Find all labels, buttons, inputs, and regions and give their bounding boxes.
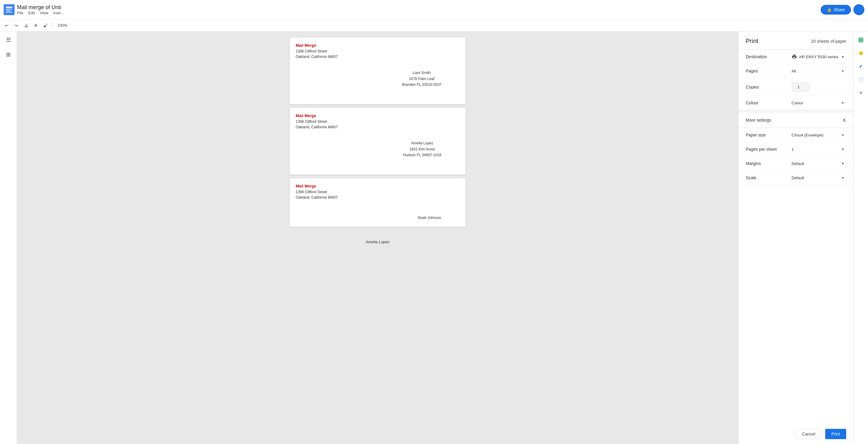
- copies-setting: Copies: [739, 78, 854, 96]
- menu-view[interactable]: View: [40, 11, 48, 15]
- settings-separator: [739, 110, 854, 113]
- zoom-level: 100%: [55, 23, 70, 28]
- sender-address-1: Mail Merge 1398 Clifford Street Oakland,…: [296, 42, 338, 59]
- sheets-icon[interactable]: ▦: [856, 34, 866, 45]
- destination-select-wrapper[interactable]: HP ENVY 5530 series: [800, 54, 846, 59]
- envelope-page: Mail Merge 1398 Clifford Street Oakland,…: [290, 178, 466, 227]
- paper-size-setting: Paper size Chou4 (Envelope): [739, 128, 854, 142]
- share-button[interactable]: 🔒 Share: [821, 5, 851, 14]
- colour-label: Colour: [746, 100, 782, 105]
- scale-select[interactable]: Default: [792, 176, 846, 180]
- sender-street-3: 1398 Clifford Street: [296, 189, 338, 195]
- margins-select-wrapper[interactable]: Default: [792, 161, 846, 166]
- destination-setting: Destination HP ENVY 5530 series: [739, 50, 854, 64]
- recipient-street-1: 1678 Palm Leaf: [402, 76, 441, 82]
- scale-label: Scale: [746, 175, 782, 180]
- svg-rect-4: [6, 12, 12, 12]
- redo-button[interactable]: ↪: [12, 21, 21, 30]
- pages-control: All: [792, 68, 846, 74]
- share-label: Share: [834, 7, 845, 12]
- doc-menu: File Edit View Inse...: [17, 11, 64, 15]
- pages-setting: Pages All: [739, 64, 854, 78]
- margins-label: Margins: [746, 161, 782, 166]
- copies-control: [792, 83, 846, 91]
- more-settings-label: More settings: [746, 118, 771, 123]
- paper-size-control: Chou4 (Envelope): [792, 132, 846, 138]
- keep-icon[interactable]: ◆: [856, 47, 866, 58]
- pages-per-sheet-label: Pages per sheet: [746, 147, 782, 152]
- margins-setting: Margins Default: [739, 157, 854, 171]
- sender-city-2: Oakland, California 94607: [296, 124, 338, 130]
- sender-name-1: Mail Merge: [296, 42, 338, 49]
- recipient-address-3: Noah Johnson: [418, 215, 441, 221]
- print-button[interactable]: Print: [825, 429, 846, 439]
- colour-setting: Colour Colour: [739, 96, 854, 110]
- sender-address-3: Mail Merge 1398 Clifford Street Oakland,…: [296, 183, 338, 200]
- recipient-name-3: Noah Johnson: [418, 215, 441, 221]
- right-panel: ▦ ◆ ✔ 📄 +: [854, 32, 868, 444]
- doc-title-area: Mail merge of Unti File Edit View Inse..…: [17, 4, 64, 15]
- scale-control: Default: [792, 175, 846, 181]
- scale-select-wrapper[interactable]: Default: [792, 175, 846, 181]
- avatar[interactable]: [854, 4, 864, 15]
- sidebar: ☰ ⊞: [0, 32, 17, 444]
- pages-per-sheet-select[interactable]: 1: [792, 147, 846, 152]
- cancel-button[interactable]: Cancel: [796, 429, 822, 439]
- document-area[interactable]: Mail Merge 1398 Clifford Street Oakland,…: [17, 32, 738, 444]
- spellcheck-button[interactable]: A: [32, 21, 40, 30]
- sender-address-2: Mail Merge 1398 Clifford Street Oakland,…: [296, 113, 338, 130]
- margins-control: Default: [792, 161, 846, 166]
- colour-select[interactable]: Colour: [792, 101, 846, 105]
- recipient-city-2: Hudson FL 34667-1018: [403, 152, 441, 158]
- menu-edit[interactable]: Edit: [28, 11, 35, 15]
- destination-select[interactable]: HP ENVY 5530 series: [800, 55, 846, 59]
- svg-rect-1: [6, 7, 12, 8]
- pages-select[interactable]: All: [792, 69, 846, 73]
- copies-label: Copies: [746, 85, 782, 90]
- svg-rect-0: [4, 4, 14, 15]
- print-panel: Print 20 sheets of paper Destination HP …: [738, 32, 854, 444]
- copies-input[interactable]: [792, 83, 810, 91]
- pages-per-sheet-select-wrapper[interactable]: 1: [792, 147, 846, 152]
- more-settings-row[interactable]: More settings ∧: [739, 113, 854, 128]
- paper-size-select[interactable]: Chou4 (Envelope): [792, 133, 846, 137]
- docs-icon[interactable]: 📄: [856, 74, 866, 85]
- paper-size-label: Paper size: [746, 132, 782, 137]
- recipient-address-2: Amelia Lopez 1831 Kim Acres Hudson FL 34…: [403, 140, 441, 158]
- doc-title: Mail merge of Unti: [17, 4, 64, 11]
- recipient-name-2: Amelia Lopez: [403, 140, 441, 146]
- doc-icon: [4, 4, 14, 15]
- tasks-icon[interactable]: ✔: [856, 61, 866, 71]
- sender-name-2: Mail Merge: [296, 113, 338, 119]
- envelope-page: Mail Merge 1398 Clifford Street Oakland,…: [290, 108, 466, 175]
- toolbar-divider: [52, 23, 53, 29]
- sheets-info: 20 sheets of paper: [811, 39, 846, 44]
- pages-select-wrapper[interactable]: All: [792, 68, 846, 74]
- sidebar-item-outline[interactable]: ☰: [2, 34, 14, 46]
- colour-control: Colour: [792, 100, 846, 105]
- menu-file[interactable]: File: [17, 11, 23, 15]
- bottom-name: Amelia Lopez: [366, 240, 390, 244]
- recipient-address-1: Liam Smith 1678 Palm Leaf Brandon FL 335…: [402, 70, 441, 88]
- sender-name-3: Mail Merge: [296, 183, 338, 189]
- pages-label: Pages: [746, 68, 782, 73]
- add-icon[interactable]: +: [856, 87, 866, 98]
- sender-street-2: 1398 Clifford Street: [296, 119, 338, 124]
- paint-format-button[interactable]: 🖌: [41, 21, 50, 30]
- pages-per-sheet-control: 1: [792, 147, 846, 152]
- colour-select-wrapper[interactable]: Colour: [792, 100, 846, 105]
- sidebar-item-table[interactable]: ⊞: [2, 49, 14, 61]
- pages-per-sheet-setting: Pages per sheet 1: [739, 142, 854, 157]
- chevron-up-icon: ∧: [842, 117, 846, 123]
- scale-setting: Scale Default: [739, 171, 854, 185]
- main-layout: ☰ ⊞ Mail Merge 1398 Clifford Street Oakl…: [0, 32, 868, 444]
- recipient-street-2: 1831 Kim Acres: [403, 147, 441, 152]
- undo-button[interactable]: ↩: [2, 21, 11, 30]
- recipient-city-1: Brandon FL 33510-2037: [402, 82, 441, 88]
- paper-size-select-wrapper[interactable]: Chou4 (Envelope): [792, 132, 846, 138]
- print-button[interactable]: 🖨: [22, 21, 30, 30]
- print-title: Print: [746, 38, 758, 44]
- print-footer: Cancel Print: [739, 424, 854, 444]
- margins-select[interactable]: Default: [792, 161, 846, 166]
- menu-insert[interactable]: Inse...: [53, 11, 64, 15]
